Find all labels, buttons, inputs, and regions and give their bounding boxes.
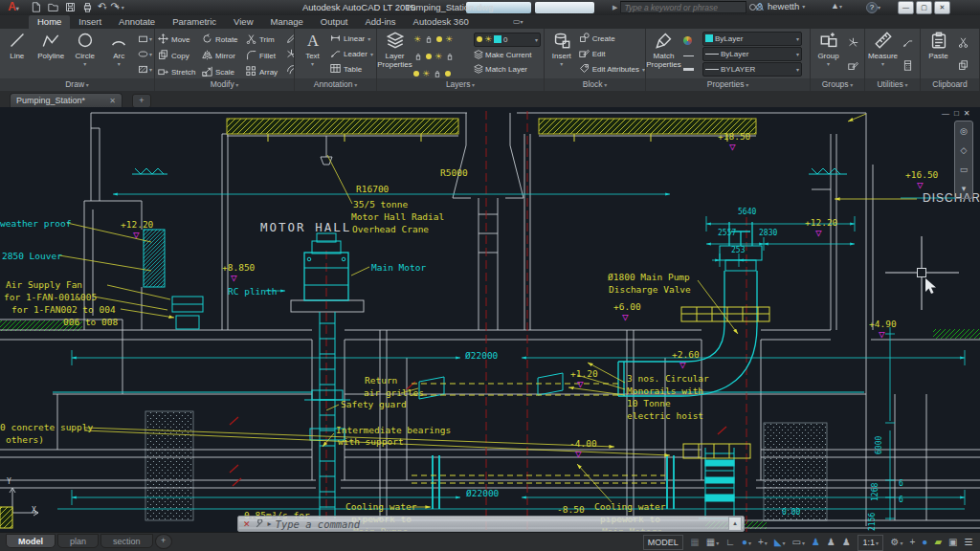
edit-attributes-button[interactable]: Edit Attributes▾ <box>579 63 645 76</box>
bulb-icon[interactable] <box>413 71 419 77</box>
command-tools-icon[interactable] <box>255 519 264 529</box>
scale-value[interactable]: 1:1▾ <box>858 535 883 551</box>
command-close-icon[interactable]: ✕ <box>243 519 251 529</box>
model-space-button[interactable]: MODEL <box>643 535 683 550</box>
new-tab-button[interactable]: + <box>132 94 151 108</box>
move-button[interactable]: Move <box>158 33 202 46</box>
bulb-icon[interactable] <box>426 54 432 59</box>
trim-button[interactable]: Trim <box>246 33 284 46</box>
hatch-tool-icon[interactable]: ▾ <box>138 64 152 75</box>
minimize-button[interactable]: — <box>898 1 914 14</box>
property-select-0[interactable]: ByLayer▾ <box>702 32 802 46</box>
mirror-button[interactable]: Mirror <box>202 50 246 62</box>
sun-icon[interactable]: ☀ <box>413 34 421 44</box>
save-icon[interactable] <box>63 2 77 13</box>
infer-constraints-icon[interactable]: ∟ <box>725 534 735 551</box>
pan-icon[interactable]: ◇ <box>961 145 968 155</box>
layout-tab-plan[interactable]: plan <box>57 534 99 548</box>
cut-icon[interactable] <box>958 37 969 48</box>
hardware-acceleration-icon[interactable]: ● <box>922 534 927 551</box>
offset-icon[interactable] <box>286 64 294 75</box>
bulb-icon[interactable] <box>445 71 451 77</box>
rotate-button[interactable]: Rotate <box>202 33 246 46</box>
property-select-2[interactable]: BYLAYER▾ <box>702 62 802 77</box>
make-current-button[interactable]: Make Current <box>474 50 541 61</box>
open-file-icon[interactable] <box>46 2 59 13</box>
tab-parametric[interactable]: Parametric <box>164 15 225 29</box>
panel-label-block[interactable]: Block ▾ <box>545 78 645 91</box>
annotation-monitor-icon[interactable]: + <box>909 534 915 551</box>
clean-screen-icon[interactable]: ▣ <box>948 534 957 551</box>
panel-label-clipboard[interactable]: Clipboard <box>921 78 979 91</box>
text-button[interactable]: AText▾ <box>295 29 330 78</box>
tab-annotate[interactable]: Annotate <box>110 15 164 29</box>
editB-icon[interactable] <box>848 60 858 71</box>
lock-icon[interactable] <box>445 48 455 65</box>
help-icon[interactable]: ?▾ <box>866 1 880 13</box>
linear-button[interactable]: Linear▾ <box>330 33 373 45</box>
lock-icon[interactable] <box>433 65 442 78</box>
lock-icon[interactable] <box>413 48 423 65</box>
new-layout-button[interactable]: + <box>155 534 172 549</box>
new-file-icon[interactable] <box>29 2 42 13</box>
ortho-mode-icon[interactable]: +▾ <box>758 534 768 551</box>
search-arrow-icon[interactable]: ▶ <box>612 4 617 11</box>
tab-output[interactable]: Output <box>312 15 357 29</box>
layout-tab-model[interactable]: Model <box>6 534 56 548</box>
polyline-button[interactable]: Polyline <box>34 29 69 78</box>
layer-select[interactable]: ☀0▾ <box>474 33 541 47</box>
layout-tab-section[interactable]: section <box>100 534 153 548</box>
paste-button[interactable]: Paste <box>921 29 956 78</box>
ribbon-display-toggle-icon[interactable]: ▭▾ <box>513 17 523 26</box>
close-tab-icon[interactable]: ✕ <box>109 94 116 107</box>
search-input[interactable] <box>620 1 746 13</box>
viewport-close-icon[interactable]: ✕ <box>964 109 970 118</box>
command-prompt[interactable]: Type a command <box>276 518 361 530</box>
property-select-1[interactable]: ByLayer▾ <box>702 47 802 61</box>
circle-button[interactable]: Circle▾ <box>68 29 102 78</box>
match-properties-button[interactable]: Match Properties <box>646 29 681 78</box>
tab-home[interactable]: Home <box>29 15 70 29</box>
stretch-button[interactable]: Stretch <box>158 66 202 78</box>
isometric-drafting-icon[interactable]: ◣▾ <box>774 534 786 551</box>
measure-button[interactable]: Measure▾ <box>865 29 901 78</box>
zoom-icon[interactable]: ▭ <box>960 165 969 174</box>
redo-icon[interactable]: ↷▾ <box>110 2 119 12</box>
sun-icon[interactable]: ☀ <box>422 69 430 78</box>
lock-icon[interactable] <box>424 31 434 48</box>
leader-button[interactable]: Leader▾ <box>330 48 373 60</box>
ellipse-tool-icon[interactable]: ▾ <box>138 49 152 59</box>
restore-button[interactable]: ▢ <box>916 1 932 14</box>
customization-icon[interactable]: ☰ <box>965 534 973 551</box>
table-button[interactable]: Table <box>330 63 373 76</box>
panel-label-modify[interactable]: Modify ▾ <box>155 78 294 91</box>
color-wheel-icon[interactable] <box>683 36 699 45</box>
explode-icon[interactable] <box>848 37 858 48</box>
panel-label-properties[interactable]: Properties ▾ <box>646 78 810 91</box>
leader-icon[interactable] <box>902 37 913 48</box>
autodesk-360-icon[interactable]: ▲▾ <box>831 1 842 11</box>
erase-icon[interactable] <box>286 33 294 44</box>
sun-icon[interactable]: ☀ <box>445 34 453 44</box>
steering-wheel-icon[interactable]: ◎ <box>960 126 968 136</box>
grid-display-icon[interactable]: ▦ <box>690 534 699 551</box>
fillet-button[interactable]: Fillet <box>246 50 284 62</box>
snap-mode-icon[interactable]: ▦▾ <box>706 534 719 551</box>
autoscale-icon[interactable]: ♟ <box>827 534 835 551</box>
viewport-restore-icon[interactable]: □ <box>954 109 959 118</box>
annotation-visibility-icon[interactable]: ♟ <box>812 534 820 551</box>
create-button[interactable]: Create <box>579 33 645 45</box>
group-button[interactable]: Group▾ <box>811 29 846 78</box>
bulb-icon[interactable] <box>436 36 442 42</box>
nav-more-icon[interactable]: ▾ <box>962 184 967 193</box>
annotation-scale-icon[interactable]: ♟ <box>842 534 851 551</box>
selection-cycling-icon[interactable]: ▭▾ <box>792 534 805 551</box>
command-history-icon[interactable]: ▴ <box>728 517 742 531</box>
panel-label-groups[interactable]: Groups ▾ <box>811 78 864 91</box>
command-line[interactable]: ✕ ▸ Type a command ▴ <box>237 516 745 532</box>
edit-button[interactable]: Edit <box>579 48 645 60</box>
linetype-icon[interactable] <box>683 55 699 56</box>
panel-label-annotation[interactable]: Annotation ▾ <box>295 78 376 91</box>
tab-add-ins[interactable]: Add-ins <box>356 15 404 29</box>
rect-tool-icon[interactable]: ▾ <box>138 33 152 44</box>
